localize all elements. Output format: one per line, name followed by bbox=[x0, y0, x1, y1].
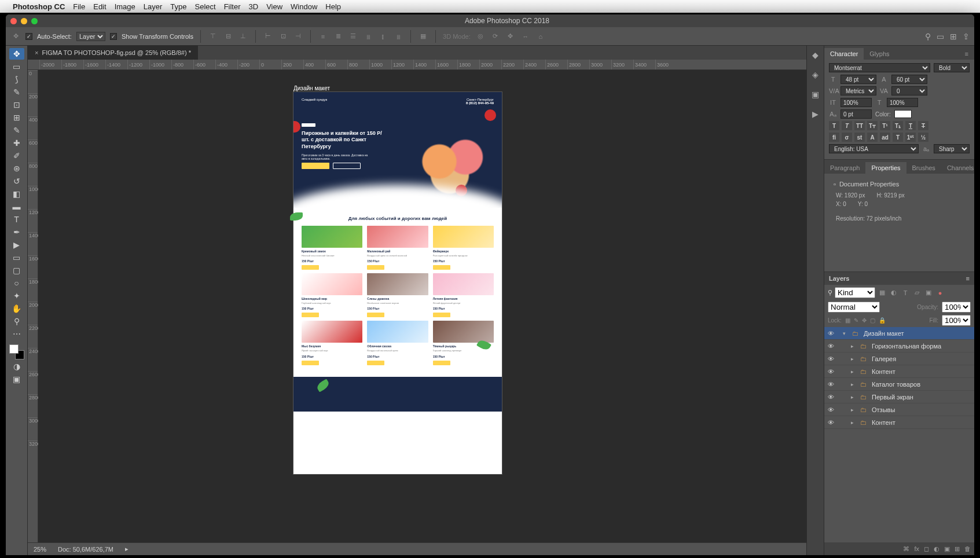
lock-transparency-icon[interactable]: ▦ bbox=[845, 317, 850, 324]
actions-panel-icon[interactable]: ▣ bbox=[812, 90, 819, 99]
allcaps-button[interactable]: TT bbox=[854, 121, 865, 130]
layer-row[interactable]: 👁▸🗀Первый экран bbox=[824, 391, 974, 403]
align-right-icon[interactable]: ⊣ bbox=[293, 31, 303, 42]
layer-row[interactable]: 👁▸🗀Горизонтальная форма bbox=[824, 340, 974, 353]
eraser-tool[interactable]: ◧ bbox=[9, 188, 24, 200]
crop-tool[interactable]: ⊡ bbox=[9, 99, 24, 111]
play-panel-icon[interactable]: ▶ bbox=[812, 109, 818, 119]
panel-flyout-icon[interactable]: ◆ bbox=[812, 50, 818, 60]
layer-style-icon[interactable]: fx bbox=[914, 545, 919, 552]
lock-position-icon[interactable]: ✥ bbox=[862, 317, 867, 324]
layer-row[interactable]: 👁▸🗀Каталог товаров bbox=[824, 378, 974, 391]
menu-file[interactable]: File bbox=[73, 2, 85, 11]
auto-select-checkbox[interactable]: ✓ bbox=[25, 33, 32, 40]
discretionary-button[interactable]: st bbox=[854, 133, 865, 142]
align-vcenter-icon[interactable]: ⊟ bbox=[223, 31, 233, 42]
tracking-select[interactable]: 0 bbox=[891, 86, 927, 96]
brush-tool[interactable]: ✐ bbox=[9, 150, 24, 161]
titling-button[interactable]: T bbox=[893, 133, 903, 142]
superscript-button[interactable]: T¹ bbox=[880, 121, 890, 130]
visibility-eye-icon[interactable]: 👁 bbox=[828, 381, 836, 388]
distribute-vcenter-icon[interactable]: ≣ bbox=[333, 31, 343, 42]
filter-kind-select[interactable]: Kind bbox=[835, 287, 875, 298]
search-icon[interactable]: ⚲ bbox=[925, 32, 931, 41]
visibility-eye-icon[interactable]: 👁 bbox=[828, 406, 836, 413]
strikethrough-button[interactable]: T bbox=[918, 121, 928, 130]
disclosure-chevron-icon[interactable]: ▸ bbox=[851, 381, 857, 387]
new-layer-icon[interactable]: ⊞ bbox=[955, 545, 960, 553]
auto-align-icon[interactable]: ▦ bbox=[418, 31, 428, 42]
zoom-level[interactable]: 25% bbox=[34, 546, 46, 553]
path-select-tool[interactable]: ▶ bbox=[9, 239, 24, 251]
workspace-icon[interactable]: ▭ bbox=[937, 32, 944, 41]
pixel-filter-icon[interactable]: ▦ bbox=[878, 288, 887, 298]
align-top-icon[interactable]: ⊤ bbox=[208, 31, 218, 42]
smallcaps-button[interactable]: Tᴛ bbox=[867, 121, 878, 130]
transform-checkbox[interactable]: ✓ bbox=[110, 33, 117, 40]
artboard[interactable]: Сладкий сундук Санкт-Петербург 8 (812) 8… bbox=[293, 92, 502, 474]
underline-button[interactable]: T bbox=[905, 121, 916, 130]
disclosure-chevron-icon[interactable]: ▸ bbox=[851, 420, 857, 425]
layer-row[interactable]: 👁▾🗀Дизайн макет bbox=[824, 327, 974, 340]
distribute-top-icon[interactable]: ≡ bbox=[318, 31, 328, 42]
baseline-input[interactable] bbox=[840, 109, 872, 119]
distribute-hcenter-icon[interactable]: ⫿ bbox=[378, 31, 388, 42]
lock-image-icon[interactable]: ✎ bbox=[854, 317, 858, 324]
visibility-eye-icon[interactable]: 👁 bbox=[828, 394, 836, 401]
eyedropper-tool[interactable]: ✎ bbox=[9, 124, 24, 136]
maximize-window-icon[interactable] bbox=[31, 18, 38, 24]
ligature-button[interactable]: fi bbox=[829, 133, 839, 142]
adjustment-filter-icon[interactable]: ◐ bbox=[889, 288, 898, 298]
faux-bold-button[interactable]: T bbox=[829, 121, 839, 130]
visibility-eye-icon[interactable]: 👁 bbox=[828, 343, 836, 350]
fill-select[interactable]: 100% bbox=[942, 315, 971, 326]
zoom-tool[interactable]: ⚲ bbox=[9, 315, 24, 327]
subscript-button[interactable]: T₁ bbox=[893, 121, 903, 130]
disclosure-chevron-icon[interactable]: ▸ bbox=[851, 394, 857, 400]
layers-title[interactable]: Layers bbox=[829, 275, 849, 282]
layer-row[interactable]: 👁▸🗀Отзывы bbox=[824, 403, 974, 416]
menu-layer[interactable]: Layer bbox=[144, 2, 163, 11]
font-family-select[interactable]: Montserrat bbox=[829, 63, 930, 72]
contextual-button[interactable]: σ bbox=[842, 133, 852, 142]
font-size-select[interactable]: 48 pt bbox=[840, 75, 876, 84]
pen-tool[interactable]: ✒ bbox=[9, 226, 24, 238]
hand-tool[interactable]: ✋ bbox=[9, 303, 24, 314]
lock-artboard-icon[interactable]: ▢ bbox=[870, 317, 875, 324]
shape-filter-icon[interactable]: ▱ bbox=[912, 288, 922, 298]
history-brush-tool[interactable]: ↺ bbox=[9, 175, 24, 187]
share-icon[interactable]: ⇪ bbox=[963, 32, 970, 41]
distribute-left-icon[interactable]: ⫼ bbox=[363, 31, 373, 42]
align-bottom-icon[interactable]: ⊥ bbox=[238, 31, 248, 42]
menu-type[interactable]: Type bbox=[170, 2, 186, 11]
quick-mask-icon[interactable]: ◑ bbox=[9, 361, 24, 372]
menu-window[interactable]: Window bbox=[291, 2, 317, 11]
layer-row[interactable]: 👁▸🗀Галерея bbox=[824, 353, 974, 365]
menu-select[interactable]: Select bbox=[194, 2, 215, 11]
ruler-horizontal[interactable]: -2000-1800-1600-1400-1200-1000-800-600-4… bbox=[28, 60, 806, 70]
visibility-eye-icon[interactable]: 👁 bbox=[828, 330, 836, 337]
filter-toggle-icon[interactable]: ● bbox=[935, 288, 945, 298]
quick-select-tool[interactable]: ✎ bbox=[9, 86, 24, 98]
align-left-icon[interactable]: ⊢ bbox=[263, 31, 273, 42]
disclosure-chevron-icon[interactable]: ▸ bbox=[851, 356, 857, 362]
fractions-button[interactable]: ½ bbox=[918, 133, 928, 142]
panel-menu-icon[interactable]: ≡ bbox=[959, 48, 974, 60]
lock-all-icon[interactable]: 🔒 bbox=[879, 317, 886, 324]
menu-help[interactable]: Help bbox=[325, 2, 341, 11]
edit-toolbar[interactable]: ⋯ bbox=[9, 328, 24, 340]
delete-layer-icon[interactable]: 🗑 bbox=[964, 545, 971, 552]
ruler-vertical[interactable]: 0200400600800100012001400160018002000220… bbox=[28, 70, 38, 542]
language-select[interactable]: English: USA bbox=[829, 144, 919, 153]
tab-glyphs[interactable]: Glyphs bbox=[864, 48, 895, 60]
status-chevron-icon[interactable]: ▸ bbox=[125, 545, 129, 553]
align-hcenter-icon[interactable]: ⊡ bbox=[278, 31, 288, 42]
frame-tool[interactable]: ⊞ bbox=[9, 112, 24, 123]
menu-edit[interactable]: Edit bbox=[93, 2, 106, 11]
custom-shape-tool[interactable]: ✦ bbox=[9, 290, 24, 302]
rectangle-tool[interactable]: ▭ bbox=[9, 252, 24, 263]
distribute-right-icon[interactable]: ⫼ bbox=[393, 31, 403, 42]
vscale-input[interactable] bbox=[840, 98, 872, 107]
visibility-eye-icon[interactable]: 👁 bbox=[828, 355, 836, 362]
clone-tool[interactable]: ⊛ bbox=[9, 163, 24, 174]
